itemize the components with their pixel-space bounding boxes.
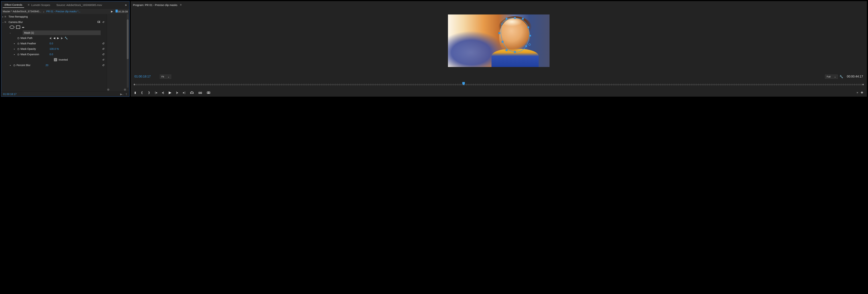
tab-effect-controls[interactable]: Effect Controls <box>3 2 24 8</box>
timeline-name[interactable]: PR 01 - Precise clip masks *... <box>46 10 80 13</box>
master-clip-row: Master * AdobeStock_67340840... ⌄ PR 01 … <box>1 8 129 14</box>
mask-vertex[interactable] <box>501 23 503 25</box>
chevron-right-icon[interactable]: ▸ <box>13 42 16 45</box>
mask-feather-value[interactable]: 0.0 <box>50 42 71 45</box>
stopwatch-icon[interactable]: ◷ <box>13 64 16 67</box>
stopwatch-icon[interactable]: ◷ <box>17 37 20 39</box>
tab-lumetri-scopes[interactable]: Lumetri Scopes <box>29 2 52 8</box>
reset-icon[interactable]: ↺ <box>102 42 104 45</box>
effect-camera-blur[interactable]: ⌄ fx Camera Blur ↺ <box>1 20 106 25</box>
effect-time-remapping[interactable]: ▸ fx Time Remapping <box>1 14 106 20</box>
chevron-right-icon[interactable]: ▸ <box>13 53 16 56</box>
mask-handle[interactable] <box>506 49 507 51</box>
param-mask-expansion: ▸ ◷ Mask Expansion 0.0 ↺ <box>1 51 106 57</box>
rectangle-mask-icon[interactable] <box>16 26 20 29</box>
play-only-icon[interactable]: ▶ <box>111 10 113 13</box>
mask-outline[interactable] <box>497 17 533 55</box>
chevron-right-icon[interactable]: ▸ <box>9 64 12 67</box>
mask-handle[interactable] <box>498 32 500 34</box>
mask-vertex[interactable] <box>528 43 531 46</box>
reset-icon[interactable]: ↺ <box>102 53 104 56</box>
zoom-fit-select[interactable]: Fit ⌄ <box>160 75 171 79</box>
ellipse-mask-icon[interactable] <box>10 26 14 29</box>
scrubber-track <box>134 84 863 85</box>
overflow-tabs-icon[interactable]: » <box>124 3 128 7</box>
settings-wrench-icon[interactable]: 🔧 <box>839 75 843 78</box>
mask-header[interactable]: ⌄ Mask (1) <box>1 30 106 35</box>
button-editor-add-icon[interactable]: ✚ <box>861 91 863 94</box>
program-monitor-tab[interactable]: Program: PR 01 - Precise clip masks ≡ <box>131 1 867 8</box>
play-icon[interactable]: ▶ <box>169 90 172 95</box>
mask-label[interactable]: Mask (1) <box>23 30 101 35</box>
inverted-label: Inverted <box>59 58 68 61</box>
panel-menu-icon[interactable]: ≡ <box>180 3 182 6</box>
transport-bar: ▮ ❴ ❵ |◂ ◂| ▶ |▸ ▸| » ✚ <box>131 88 867 97</box>
zoom-handle-right[interactable] <box>124 88 126 91</box>
mask-handle[interactable] <box>522 18 524 20</box>
step-forward-icon[interactable]: |▸ <box>176 91 178 94</box>
scrollbar-thumb[interactable] <box>127 20 129 59</box>
mask-vertex[interactable] <box>514 17 516 19</box>
vertical-scrollbar[interactable] <box>127 14 129 88</box>
wrench-icon[interactable]: 🔧 <box>65 37 68 39</box>
mask-shape-tools: ✒ <box>1 25 106 30</box>
track-forward-icon[interactable]: ▶ <box>57 37 59 39</box>
mask-expansion-value[interactable]: 0.0 <box>50 53 71 56</box>
stopwatch-icon[interactable]: ◷ <box>17 47 20 50</box>
playhead-marker-icon[interactable] <box>116 10 118 12</box>
mask-opacity-value[interactable]: 100.0 % <box>50 47 71 50</box>
master-clip-name[interactable]: Master * AdobeStock_67340840... <box>3 10 41 13</box>
mask-vertex[interactable] <box>514 51 516 53</box>
program-scrubber[interactable] <box>134 81 863 87</box>
program-viewer[interactable] <box>131 8 867 73</box>
chevron-down-icon[interactable]: ⌄ <box>1 21 4 23</box>
panel-menu-icon[interactable]: ≡ <box>28 3 29 6</box>
scrubber-start-handle[interactable] <box>134 84 135 85</box>
mask-handle[interactable] <box>506 18 507 20</box>
current-timecode[interactable]: 01:00:18:17 <box>134 75 158 78</box>
track-backward-icon[interactable]: ◀ <box>53 37 55 39</box>
reset-icon[interactable]: ↺ <box>102 64 104 67</box>
export-frame-icon[interactable] <box>207 91 210 94</box>
mask-vertex[interactable] <box>527 27 529 28</box>
percent-blur-value[interactable]: 20 <box>45 64 67 67</box>
mark-in-icon[interactable]: ❴ <box>141 91 143 94</box>
stopwatch-icon[interactable]: ◷ <box>17 53 20 56</box>
reset-icon[interactable]: ↺ <box>102 47 104 51</box>
master-dropdown-icon[interactable]: ⌄ <box>42 10 45 13</box>
mask-opacity-label: Mask Opacity <box>21 47 50 50</box>
loop-icon[interactable]: ▶₊ <box>120 93 124 96</box>
track-backward-one-icon[interactable]: ◂| <box>50 37 52 39</box>
export-icon[interactable]: ⇪ <box>125 93 127 96</box>
mask-handle[interactable] <box>529 35 531 37</box>
effect-settings-icon[interactable] <box>98 21 100 24</box>
pen-mask-icon[interactable]: ✒ <box>22 26 25 30</box>
scrubber-end-handle[interactable] <box>862 84 864 85</box>
chevron-right-icon[interactable]: ▸ <box>13 48 16 50</box>
tab-source[interactable]: Source: AdobeStock_165068585.mov <box>55 2 104 8</box>
mask-handle[interactable] <box>525 45 527 47</box>
mask-vertex[interactable] <box>502 41 503 43</box>
chevron-right-icon[interactable]: ▸ <box>1 15 4 18</box>
effects-keyframe-timeline[interactable] <box>107 14 129 91</box>
track-forward-one-icon[interactable]: |▸ <box>61 37 63 39</box>
button-editor-overflow-icon[interactable]: » <box>857 91 858 94</box>
stopwatch-icon[interactable]: ◷ <box>17 42 20 45</box>
chevron-down-icon[interactable]: ⌄ <box>8 32 12 34</box>
zoom-handle-left[interactable] <box>107 88 110 91</box>
svg-rect-3 <box>200 92 202 94</box>
step-back-icon[interactable]: ◂| <box>162 91 164 94</box>
go-to-in-icon[interactable]: |◂ <box>155 91 157 94</box>
lift-icon[interactable] <box>190 91 194 94</box>
footer-timecode[interactable]: 01:00:18:17 <box>3 93 17 96</box>
extract-icon[interactable] <box>198 91 202 94</box>
quality-select[interactable]: Full ⌄ <box>825 75 838 79</box>
reset-icon[interactable]: ↺ <box>102 58 104 61</box>
add-marker-icon[interactable]: ▮ <box>134 91 136 94</box>
reset-icon[interactable]: ↺ <box>102 21 104 24</box>
inverted-checkbox[interactable]: ✓ <box>54 58 57 61</box>
mark-out-icon[interactable]: ❵ <box>148 91 150 94</box>
go-to-out-icon[interactable]: ▸| <box>183 91 185 94</box>
fit-label: Fit <box>161 75 164 78</box>
svg-rect-0 <box>98 21 99 23</box>
